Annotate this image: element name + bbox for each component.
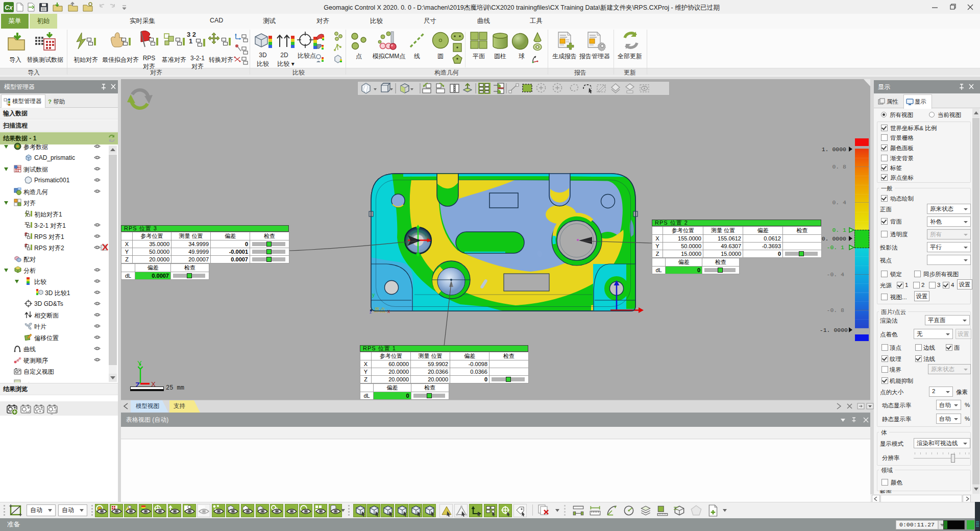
svg-text:Y: Y	[137, 359, 142, 367]
svg-text:1: 1	[189, 37, 192, 45]
svg-text:Cx: Cx	[5, 4, 13, 11]
